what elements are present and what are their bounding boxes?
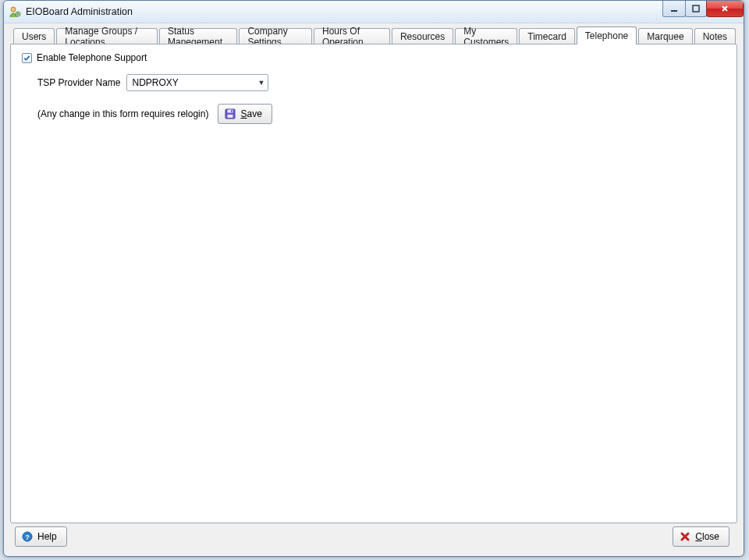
enable-telephone-label: Enable Telephone Support <box>37 52 147 63</box>
tab-bar: Users Manage Groups / Locations Status M… <box>10 27 737 44</box>
relogin-hint: (Any change in this form requires relogi… <box>37 108 208 119</box>
footer-bar: ? Help Close <box>10 523 737 550</box>
minimize-button[interactable] <box>662 1 686 17</box>
svg-rect-6 <box>231 110 233 112</box>
tsp-provider-row: TSP Provider Name NDPROXY ▼ <box>37 74 726 91</box>
svg-point-0 <box>11 7 16 12</box>
telephone-panel: Enable Telephone Support TSP Provider Na… <box>10 44 737 523</box>
enable-telephone-row: Enable Telephone Support <box>22 52 726 63</box>
chevron-down-icon: ▼ <box>258 79 265 87</box>
help-button[interactable]: ? Help <box>15 526 67 547</box>
tab-notes[interactable]: Notes <box>694 28 736 44</box>
svg-rect-5 <box>228 115 233 118</box>
maximize-icon <box>691 4 701 13</box>
tab-marquee[interactable]: Marquee <box>638 28 692 44</box>
hint-row: (Any change in this form requires relogi… <box>37 104 726 124</box>
save-button-label: Save <box>240 108 261 119</box>
tsp-provider-dropdown[interactable]: NDPROXY ▼ <box>126 74 268 91</box>
tab-users[interactable]: Users <box>13 28 55 44</box>
close-x-icon <box>680 531 690 542</box>
tab-hours-of-operation[interactable]: Hours Of Operation <box>314 28 390 44</box>
svg-text:?: ? <box>25 533 30 541</box>
svg-rect-2 <box>693 5 699 12</box>
tab-resources[interactable]: Resources <box>392 28 453 44</box>
enable-telephone-checkbox[interactable] <box>22 53 32 63</box>
tab-telephone[interactable]: Telephone <box>577 27 637 44</box>
title-bar: EIOBoard Administration <box>4 1 744 23</box>
tsp-provider-label: TSP Provider Name <box>37 77 120 88</box>
tab-company-settings[interactable]: Company Settings <box>239 28 312 44</box>
client-area: Users Manage Groups / Locations Status M… <box>4 23 744 556</box>
close-button-label: Close <box>695 531 719 542</box>
window-title: EIOBoard Administration <box>26 6 133 17</box>
app-icon <box>9 5 21 18</box>
tsp-provider-value: NDPROXY <box>132 77 178 88</box>
admin-window: EIOBoard Administration Users Manage Gro… <box>3 0 744 557</box>
tab-timecard[interactable]: Timecard <box>519 28 575 44</box>
save-icon <box>225 108 236 119</box>
help-icon: ? <box>22 531 33 542</box>
check-icon <box>23 55 30 62</box>
minimize-icon <box>669 4 679 13</box>
close-window-button[interactable] <box>706 1 744 17</box>
save-button[interactable]: Save <box>218 104 272 124</box>
help-button-label: Help <box>37 531 57 542</box>
tab-my-customers[interactable]: My Customers <box>455 28 517 44</box>
tab-manage-groups-locations[interactable]: Manage Groups / Locations <box>56 28 158 44</box>
tab-status-management[interactable]: Status Manegement <box>159 28 237 44</box>
close-button[interactable]: Close <box>673 526 729 547</box>
caption-buttons <box>663 1 744 16</box>
maximize-button[interactable] <box>685 1 707 17</box>
close-icon <box>720 4 729 13</box>
